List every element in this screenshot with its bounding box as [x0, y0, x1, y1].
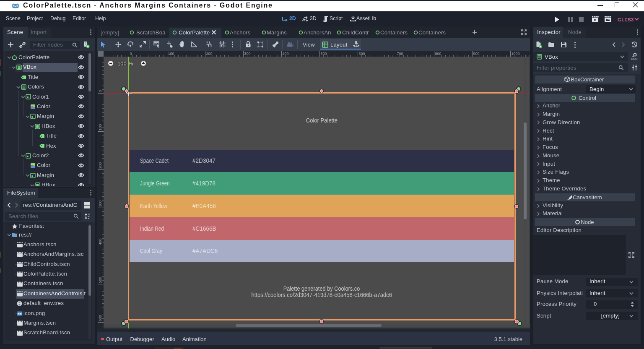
svg-text:DOC: DOC — [631, 57, 638, 60]
